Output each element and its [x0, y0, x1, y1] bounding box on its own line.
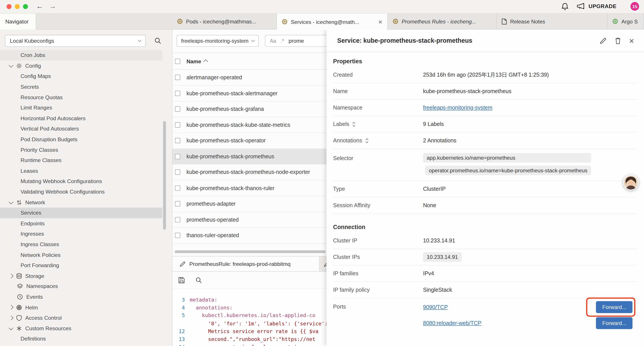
sidebar-item-pod-disruption-budgets[interactable]: Pod Disruption Budgets	[0, 134, 172, 145]
row-checkbox[interactable]	[175, 233, 180, 238]
row-checkbox[interactable]	[175, 106, 180, 112]
drawer-row-session-affinity: Session Affinity None	[333, 197, 638, 214]
namespace-link[interactable]: freeleaps-monitoring-system	[423, 105, 492, 111]
forward-button[interactable]: Forward...	[596, 317, 632, 329]
dock-tab-prometheusrule[interactable]: PrometheusRule: freeleaps-prod-rabbitmq	[172, 256, 320, 271]
name-column-header[interactable]: Name	[186, 58, 207, 64]
row-checkbox[interactable]	[175, 169, 180, 175]
code-line: Metrics service error rate is {{ $va	[190, 327, 318, 335]
line-number: 5	[172, 312, 190, 320]
tab-bar: Navigator Pods - icecheng@mathmas... Ser…	[0, 13, 644, 29]
clock-icon	[17, 294, 23, 300]
sidebar-item-config-maps[interactable]: Config Maps	[0, 71, 172, 82]
window-minimize-button[interactable]	[15, 4, 20, 9]
sidebar-item-config[interactable]: Config	[0, 61, 172, 71]
kubeconfig-selector[interactable]: Local Kubeconfigs	[5, 35, 146, 47]
window-maximize-button[interactable]	[23, 4, 28, 9]
sidebar-item-ingress-classes[interactable]: Ingress Classes	[0, 239, 172, 250]
sidebar-item-resource-quotas[interactable]: Resource Quotas	[0, 92, 172, 102]
row-checkbox[interactable]	[175, 185, 180, 191]
chevron-down-icon	[138, 38, 142, 42]
labels-label: Labels	[333, 121, 350, 127]
port-link[interactable]: 9090/TCP	[423, 304, 448, 310]
expand-collapse-icon[interactable]	[365, 138, 369, 143]
window-close-button[interactable]	[6, 4, 12, 9]
row-checkbox[interactable]	[175, 201, 180, 207]
chevron-down-icon	[9, 200, 13, 204]
session-affinity-label: Session Affinity	[333, 202, 370, 209]
sidebar-item-helm[interactable]: Helm	[0, 302, 172, 313]
helm-wheel-icon	[16, 304, 22, 310]
bell-icon[interactable]	[561, 2, 569, 10]
sidebar-item-definitions[interactable]: Definitions	[0, 334, 172, 344]
row-checkbox[interactable]	[175, 138, 180, 143]
chevron-right-icon	[9, 274, 13, 278]
sidebar-item-network[interactable]: Network	[0, 197, 172, 208]
sidebar-item-ingresses[interactable]: Ingresses	[0, 229, 172, 239]
match-case-toggle[interactable]: Aa	[270, 38, 276, 43]
chevron-down-icon	[251, 38, 255, 42]
sidebar-item-network-policies[interactable]: Network Policies	[0, 250, 172, 260]
ip-families-value: IPv4	[423, 271, 434, 277]
sidebar-item-port-forwarding[interactable]: Port Forwarding	[0, 260, 172, 271]
trash-icon[interactable]	[615, 37, 621, 44]
search-icon[interactable]	[196, 277, 202, 283]
sidebar-item-priority-classes[interactable]: Priority Classes	[0, 145, 172, 155]
sidebar-item-access-control[interactable]: Access Control	[0, 313, 172, 323]
search-icon[interactable]	[154, 37, 162, 44]
sidebar-item-custom-resources[interactable]: Custom Resources	[0, 323, 172, 334]
created-value: 253d 16h 6m ago (2025年1月13日 GMT+8 1:25:3…	[423, 71, 549, 79]
tab-release-notes[interactable]: Release Notes	[496, 13, 608, 29]
tab-pods[interactable]: Pods - icecheng@mathmas...	[172, 13, 277, 29]
code-line: second.","runbook_url":"https://net	[190, 335, 316, 343]
close-icon[interactable]: ×	[629, 36, 634, 45]
close-icon[interactable]: ×	[378, 18, 382, 25]
chevron-down-icon	[9, 326, 13, 330]
select-all-checkbox[interactable]	[175, 58, 180, 64]
sidebar-item-vertical-pod-autoscalers[interactable]: Vertical Pod Autoscalers	[0, 123, 172, 134]
row-checkbox[interactable]	[175, 91, 180, 96]
sidebar-item-limit-ranges[interactable]: Limit Ranges	[0, 102, 172, 113]
tab-prometheus-rules[interactable]: Prometheus Rules - icecheng...	[388, 13, 497, 29]
upgrade-label: UPGRADE	[588, 3, 616, 9]
sidebar-item-secrets[interactable]: Secrets	[0, 81, 172, 92]
line-number: 3	[172, 296, 190, 304]
expand-collapse-icon[interactable]	[352, 121, 356, 127]
forward-button[interactable]: Forward...	[596, 301, 632, 313]
navigator-label: Navigator	[5, 18, 28, 24]
row-checkbox[interactable]	[175, 217, 180, 222]
regex-toggle[interactable]: .*	[280, 38, 284, 43]
row-checkbox[interactable]	[175, 154, 180, 159]
edit-icon[interactable]	[600, 37, 606, 44]
sidebar-scrollbar[interactable]	[163, 121, 166, 230]
save-icon[interactable]	[178, 277, 185, 283]
sidebar-item-horizontal-pod-autoscalers[interactable]: Horizontal Pod Autoscalers	[0, 113, 172, 123]
sidebar-item-namespaces[interactable]: Namespaces	[0, 281, 172, 292]
sidebar-item-endpoints[interactable]: Endpoints	[0, 218, 172, 229]
tab-services[interactable]: Services - icecheng@math... ×	[277, 13, 388, 30]
sidebar-item-events[interactable]: Events	[0, 292, 172, 302]
avatar[interactable]	[623, 175, 638, 190]
port-link[interactable]: 8080:reloader-web/TCP	[423, 320, 481, 326]
type-value: ClusterIP	[423, 186, 446, 192]
kubeconfig-selector-value: Local Kubeconfigs	[10, 38, 54, 44]
code-line: annotations:	[190, 304, 233, 312]
sidebar-item-storage[interactable]: Storage	[0, 271, 172, 281]
name-label: Name	[333, 88, 348, 94]
sidebar-item-cron-jobs[interactable]: Cron Jobs	[0, 50, 162, 61]
sidebar-item-validating-webhook-configurations[interactable]: Validating Webhook Configurations	[0, 187, 172, 197]
sidebar-item-leases[interactable]: Leases	[0, 166, 172, 176]
back-arrow-icon[interactable]: ←	[36, 1, 43, 11]
tab-argo[interactable]: Argo S	[608, 13, 644, 29]
row-checkbox[interactable]	[175, 122, 180, 127]
row-checkbox[interactable]	[175, 75, 180, 80]
sidebar-item-mutating-webhook-configurations[interactable]: Mutating Webhook Configurations	[0, 176, 172, 187]
tab-gap	[36, 13, 172, 29]
namespace-selector[interactable]: freeleaps-monitoring-system	[177, 35, 259, 47]
forward-arrow-icon[interactable]: →	[49, 1, 56, 11]
upgrade-button[interactable]: UPGRADE	[577, 2, 616, 10]
sidebar-item-services[interactable]: Services	[0, 208, 162, 218]
horizontal-scrollbar[interactable]	[174, 250, 326, 253]
sidebar-item-runtime-classes[interactable]: Runtime Classes	[0, 155, 172, 166]
notification-badge[interactable]: 15	[630, 2, 639, 10]
